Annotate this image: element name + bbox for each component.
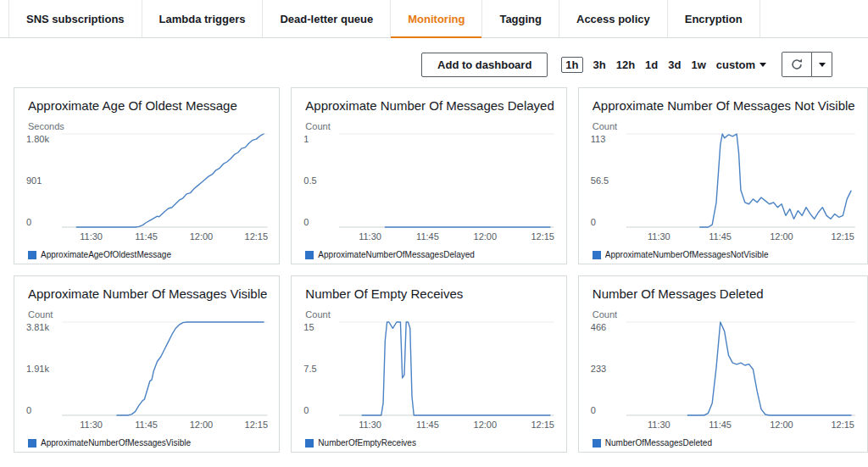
refresh-button[interactable] [782,52,812,77]
y-tick: 7.5 [303,364,336,374]
tab-access-policy[interactable]: Access policy [559,0,668,37]
range-1w[interactable]: 1w [691,58,705,71]
x-tick: 11:30 [80,231,103,242]
range-12h[interactable]: 12h [616,58,635,71]
y-axis-tick-labels: 466 233 0 [591,322,626,415]
legend-item[interactable]: ApproximateNumberOfMessagesDelayed [305,250,554,259]
range-1d[interactable]: 1d [645,58,658,71]
y-axis-tick-labels: 15 7.5 0 [303,322,339,415]
chart-card-approximate-number-of-messages-not-visible: Approximate Number Of Messages Not Visib… [578,87,868,264]
x-tick: 12:00 [770,231,793,242]
legend-item[interactable]: ApproximateNumberOfMessagesVisible [28,438,267,448]
x-axis-tick-labels: 11:30 11:45 12:00 12:15 [626,231,855,243]
line-chart[interactable] [339,322,554,415]
time-range-selector: 1h 3h 12h 1d 3d 1w custom [561,57,766,73]
chart-card-approximate-age-of-oldest-message: Approximate Age Of Oldest Message Second… [14,87,280,264]
tab-monitoring[interactable]: Monitoring [391,0,482,37]
legend-item[interactable]: ApproximateAgeOfOldestMessage [28,250,267,259]
metrics-grid: Approximate Age Of Oldest Message Second… [0,87,868,453]
tab-lambda-triggers[interactable]: Lambda triggers [142,0,264,37]
x-tick: 12:00 [190,231,214,242]
y-tick: 15 [303,322,336,332]
x-tick: 12:15 [245,231,269,242]
x-axis-tick-labels: 11:30 11:45 12:00 12:15 [626,420,855,431]
chart-card-number-of-messages-deleted: Number Of Messages Deleted Count 466 233… [578,275,868,453]
legend-label: ApproximateNumberOfMessagesDelayed [318,250,475,259]
y-tick: 1.80k [26,134,58,144]
y-axis-unit-label: Count [593,121,855,131]
chevron-down-icon [760,63,766,67]
y-axis-unit-label: Count [305,121,554,131]
refresh-control [782,52,832,77]
chart-title: Number Of Empty Receives [305,286,554,301]
tab-dead-letter-queue[interactable]: Dead-letter queue [263,0,391,37]
x-axis-tick-labels: 11:30 11:45 12:00 12:15 [62,420,267,431]
x-tick: 12:00 [474,420,498,430]
legend-item[interactable]: NumberOfMessagesDeleted [593,438,855,448]
line-chart[interactable] [62,134,267,227]
range-custom[interactable]: custom [716,58,766,71]
chart-card-approximate-number-of-messages-delayed: Approximate Number Of Messages Delayed C… [291,87,566,264]
line-chart[interactable] [62,322,267,415]
x-tick: 11:30 [359,420,381,430]
refresh-dropdown-button[interactable] [812,52,832,77]
add-to-dashboard-button[interactable]: Add to dashboard [421,53,548,77]
line-chart[interactable] [626,322,855,415]
x-tick: 12:00 [770,420,793,430]
x-tick: 11:30 [80,420,103,430]
legend-swatch [593,439,601,448]
tab-bar: SNS subscriptions Lambda triggers Dead-l… [0,0,868,38]
line-chart[interactable] [339,134,554,227]
x-tick: 12:15 [245,420,269,430]
y-tick: 3.81k [26,322,58,332]
x-tick: 12:15 [831,231,854,242]
legend-item[interactable]: ApproximateNumberOfMessagesNotVisible [593,250,855,259]
y-axis-tick-labels: 1.80k 901 0 [26,134,62,227]
x-tick: 11:30 [648,420,670,430]
x-tick: 11:45 [709,420,732,430]
line-chart[interactable] [626,134,855,227]
chart-title: Number Of Messages Deleted [593,286,855,301]
x-axis-tick-labels: 11:30 11:45 12:00 12:15 [339,420,554,431]
x-tick: 11:45 [416,420,439,430]
chart-title: Approximate Number Of Messages Delayed [305,98,554,113]
y-tick: 0 [591,217,623,227]
tab-tagging[interactable]: Tagging [482,0,559,37]
y-tick: 56.5 [591,175,623,186]
legend-item[interactable]: NumberOfEmptyReceives [305,438,554,448]
x-tick: 11:45 [135,420,158,430]
x-tick: 11:45 [135,231,158,242]
legend-label: ApproximateNumberOfMessagesVisible [41,438,191,448]
y-tick: 0 [591,405,623,415]
x-tick: 12:15 [531,420,554,430]
legend-swatch [28,439,36,448]
chart-card-number-of-empty-receives: Number Of Empty Receives Count 15 7.5 0 … [291,275,566,453]
y-axis-unit-label: Seconds [28,121,267,131]
chart-title: Approximate Age Of Oldest Message [28,98,267,113]
legend-swatch [28,251,36,259]
legend-label: NumberOfMessagesDeleted [605,438,712,448]
y-tick: 113 [591,134,623,144]
x-tick: 12:00 [190,420,214,430]
legend-label: ApproximateAgeOfOldestMessage [41,250,171,259]
y-tick: 0.5 [303,175,336,186]
monitoring-toolbar: Add to dashboard 1h 3h 12h 1d 3d 1w cust… [0,38,868,87]
x-axis-tick-labels: 11:30 11:45 12:00 12:15 [62,231,267,243]
legend-swatch [305,439,314,448]
chevron-down-icon [819,63,826,67]
chart-title: Approximate Number Of Messages Not Visib… [593,98,855,113]
y-axis-unit-label: Count [305,309,554,320]
y-tick: 233 [591,364,623,374]
range-3d[interactable]: 3d [668,58,681,71]
tab-encryption[interactable]: Encryption [668,0,760,37]
range-3h[interactable]: 3h [593,58,606,71]
x-tick: 11:30 [648,231,670,242]
tab-sns-subscriptions[interactable]: SNS subscriptions [8,0,142,37]
y-axis-unit-label: Count [593,309,855,320]
x-tick: 12:00 [474,231,498,242]
legend-label: ApproximateNumberOfMessagesNotVisible [605,250,769,259]
y-axis-tick-labels: 3.81k 1.91k 0 [26,322,62,415]
range-1h[interactable]: 1h [561,57,582,73]
x-tick: 11:45 [416,231,439,242]
y-tick: 1.91k [26,364,58,374]
